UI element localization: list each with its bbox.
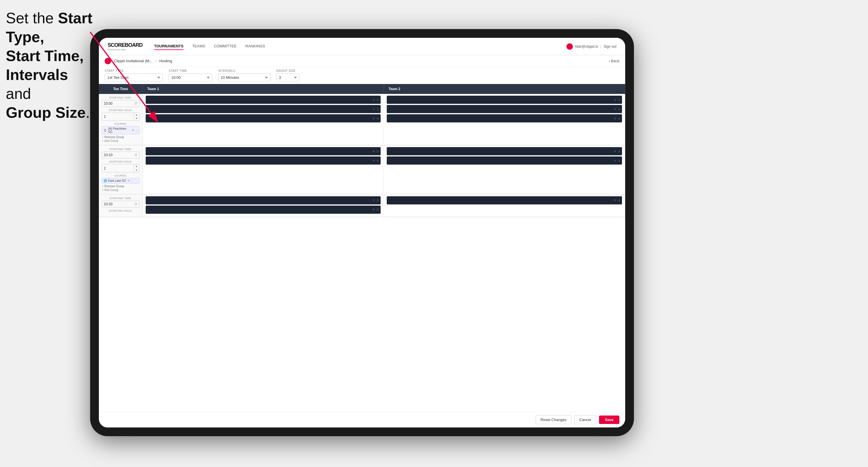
time-input-1[interactable]: 10:00 ⏱ — [102, 100, 140, 107]
start-type-select[interactable]: 1st Tee Start — [105, 73, 163, 82]
add-group-1[interactable]: + Add Group — [102, 139, 140, 143]
player-row: ✕ ⊙ — [387, 147, 622, 155]
intervals-select[interactable]: 10 Minutes — [218, 73, 271, 82]
expand-icon[interactable]: ⊙ — [377, 107, 379, 111]
nav-teams[interactable]: TEAMS — [192, 43, 205, 50]
team2-cell-2: ✕ ⊙ ✕ ⊙ — [384, 145, 625, 194]
team1-cell-2: ✕ ⊙ ✕ ⊙ — [143, 145, 384, 194]
player-row: ✕ ⊙ — [387, 114, 622, 122]
expand-icon[interactable]: ⊙ — [618, 150, 620, 153]
player-row: ✕ ⊙ — [146, 206, 381, 214]
breadcrumb-bar: Clippd Invitational (M... › Hosting Back — [99, 55, 625, 67]
x-icon[interactable]: ✕ — [614, 98, 616, 101]
instruction-line3-bold: Intervals — [6, 66, 68, 83]
expand-icon[interactable]: ⊙ — [618, 198, 620, 202]
expand-icon[interactable]: ⊙ — [377, 117, 379, 120]
add-group-2[interactable]: + Add Group — [102, 188, 140, 192]
starting-hole-label-1: STARTING HOLE: — [102, 109, 140, 112]
x-icon[interactable]: ✕ — [372, 150, 375, 153]
starting-time-label-2: STARTING TIME: — [102, 148, 140, 151]
x-icon[interactable]: ✕ — [614, 159, 616, 162]
breadcrumb-logo — [105, 58, 111, 64]
expand-icon[interactable]: ⊙ — [618, 98, 620, 101]
starting-time-label-3: STARTING TIME: — [102, 197, 140, 200]
hole-select-1[interactable]: 1 ▲ ▼ — [102, 113, 140, 121]
nav-links: TOURNAMENTS TEAMS COMMITTEE RANKINGS — [154, 43, 566, 50]
start-time-select[interactable]: 10:00 — [169, 73, 212, 82]
hole-select-2[interactable]: 1 ▲ ▼ — [102, 164, 140, 172]
player-row: ✕ ⊙ — [387, 105, 622, 113]
start-time-group: Start Time 10:00 — [169, 69, 212, 82]
hole-up-2[interactable]: ▲ — [134, 164, 139, 168]
expand-icon[interactable]: ⊙ — [377, 159, 379, 162]
nav-committee[interactable]: COMMITTEE — [214, 43, 237, 50]
sign-out-link[interactable]: Sign out — [604, 44, 617, 49]
team2-cell-1: ✕ ⊙ ✕ ⊙ ✕ ⊙ — [384, 94, 625, 145]
course-remove-2[interactable]: ✕ — [127, 179, 130, 183]
controls-bar: Start Type 1st Tee Start Start Time 10:0… — [99, 67, 625, 84]
remove-group-2[interactable]: ○ Remove Group — [102, 185, 140, 188]
clock-icon-1: ⏱ — [133, 101, 139, 106]
tee-time-cell-3: STARTING TIME: 10:20 ⏱ STARTING HOLE: — [99, 194, 143, 217]
expand-icon[interactable]: ⊙ — [377, 98, 379, 101]
team2-cell-3: ✕ ⊙ — [384, 194, 625, 217]
expand-icon[interactable]: ⊙ — [377, 208, 379, 211]
navbar: SCOREBOARD Powered by clipp TOURNAMENTS … — [99, 38, 625, 55]
time-input-3[interactable]: 10:20 ⏱ — [102, 200, 140, 208]
expand-icon[interactable]: ⊙ — [377, 150, 379, 153]
col-team1: Team 1 — [143, 84, 384, 94]
x-icon[interactable]: ✕ — [614, 117, 616, 120]
expand-icon[interactable]: ⊙ — [377, 198, 379, 202]
back-button[interactable]: Back — [609, 59, 619, 63]
player-row: ✕ ⊙ — [387, 156, 622, 164]
reset-changes-button[interactable]: Reset Changes — [536, 415, 572, 424]
instruction-line1: Set the Start Type, — [6, 9, 92, 45]
player-row: ✕ ⊙ — [146, 114, 381, 122]
user-email: blair@clippd.io — [575, 44, 598, 49]
instruction-line2: Start Time, — [6, 48, 84, 64]
team1-cell-3: ✕ ⊙ ✕ ⊙ — [143, 194, 384, 217]
time-input-2[interactable]: 10:10 ⏱ — [102, 152, 140, 158]
x-icon[interactable]: ✕ — [372, 107, 375, 111]
course-remove-1[interactable]: ✕ — [132, 128, 134, 132]
x-icon[interactable]: ✕ — [614, 107, 616, 111]
x-icon[interactable]: ✕ — [372, 198, 375, 202]
player-row: ✕ ⊙ — [387, 196, 622, 205]
instruction-line3-post: and — [6, 85, 31, 102]
hole-down-1[interactable]: ▼ — [134, 117, 139, 120]
x-icon[interactable]: ✕ — [614, 150, 616, 153]
nav-tournaments[interactable]: TOURNAMENTS — [154, 43, 184, 50]
hole-down-2[interactable]: ▼ — [134, 168, 139, 172]
nav-rankings[interactable]: RANKINGS — [245, 43, 265, 50]
cancel-button[interactable]: Cancel — [574, 415, 596, 424]
course-badge-1: 🏌 (A) Peachtree GC ✕ ⌄ — [102, 126, 140, 134]
team1-cell-1: ✕ ⊙ ✕ ⊙ ✕ ⊙ — [143, 94, 384, 145]
course-label-1: COURSE: — [102, 122, 140, 125]
x-icon[interactable]: ✕ — [614, 198, 616, 202]
instruction-period: . — [86, 104, 90, 121]
group-size-select[interactable]: 3 — [276, 73, 300, 82]
start-type-group: Start Type 1st Tee Start — [105, 69, 163, 82]
table-row: STARTING TIME: 10:10 ⏱ STARTING HOLE: 1 … — [99, 145, 625, 194]
remove-group-1[interactable]: ○ Remove Group — [102, 135, 140, 139]
x-icon[interactable]: ✕ — [372, 159, 375, 162]
footer-bar: Reset Changes Cancel Save — [99, 412, 625, 428]
x-icon[interactable]: ✕ — [372, 98, 375, 101]
hole-up-1[interactable]: ▲ — [134, 113, 139, 117]
intervals-group: Intervals 10 Minutes — [218, 69, 271, 82]
expand-icon[interactable]: ⊙ — [618, 117, 620, 120]
x-icon[interactable]: ✕ — [372, 117, 375, 120]
player-row: ✕ ⊙ — [146, 96, 381, 104]
expand-icon[interactable]: ⊙ — [618, 159, 620, 162]
course-badge-2: 🌐 East Lake GC ✕ ⌄ — [102, 178, 140, 184]
intervals-label: Intervals — [218, 69, 271, 72]
tablet-device: SCOREBOARD Powered by clipp TOURNAMENTS … — [90, 29, 634, 436]
x-icon[interactable]: ✕ — [372, 208, 375, 211]
tablet-screen: SCOREBOARD Powered by clipp TOURNAMENTS … — [99, 38, 625, 428]
breadcrumb-tournament: Clippd Invitational (M... — [114, 59, 152, 63]
expand-icon[interactable]: ⊙ — [618, 107, 620, 111]
table-row: STARTING TIME: 10:20 ⏱ STARTING HOLE: ✕ … — [99, 194, 625, 217]
save-button[interactable]: Save — [599, 415, 619, 424]
tee-time-cell-1: STARTING TIME: 10:00 ⏱ STARTING HOLE: 1 … — [99, 94, 143, 145]
start-type-label: Start Type — [105, 69, 163, 72]
